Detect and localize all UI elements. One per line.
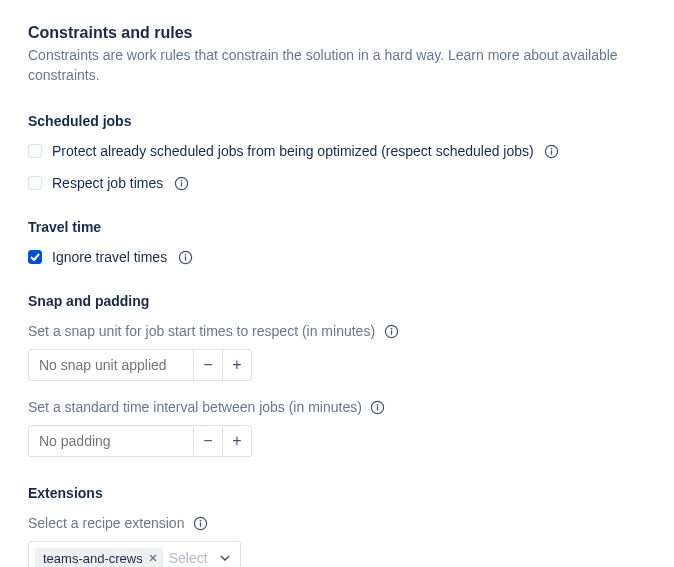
- padding-increment-button[interactable]: +: [222, 425, 252, 457]
- ignore-travel-checkbox[interactable]: [28, 250, 42, 264]
- travel-time-heading: Travel time: [28, 219, 646, 235]
- info-icon[interactable]: [383, 323, 399, 339]
- snap-label: Set a snap unit for job start times to r…: [28, 323, 375, 339]
- ignore-travel-label: Ignore travel times: [52, 249, 167, 265]
- svg-point-4: [180, 180, 182, 182]
- svg-point-1: [551, 148, 553, 150]
- respect-times-row: Respect job times: [28, 175, 646, 191]
- info-icon[interactable]: [173, 175, 189, 191]
- padding-label: Set a standard time interval between job…: [28, 399, 362, 415]
- extension-select[interactable]: teams-and-crews Select: [28, 541, 241, 567]
- padding-label-row: Set a standard time interval between job…: [28, 399, 646, 415]
- extension-label: Select a recipe extension: [28, 515, 184, 531]
- snap-decrement-button[interactable]: −: [193, 349, 223, 381]
- extensions-heading: Extensions: [28, 485, 646, 501]
- svg-rect-2: [551, 150, 552, 154]
- page-title: Constraints and rules: [28, 24, 646, 42]
- snap-label-row: Set a snap unit for job start times to r…: [28, 323, 646, 339]
- travel-time-group: Travel time Ignore travel times: [28, 219, 646, 265]
- select-placeholder: Select: [169, 550, 208, 566]
- chevron-down-icon[interactable]: [214, 555, 236, 561]
- protect-jobs-row: Protect already scheduled jobs from bein…: [28, 143, 646, 159]
- svg-rect-8: [185, 256, 186, 260]
- svg-rect-5: [181, 182, 182, 186]
- respect-times-checkbox[interactable]: [28, 176, 42, 190]
- respect-times-label: Respect job times: [52, 175, 163, 191]
- extensions-group: Extensions Select a recipe extension tea…: [28, 485, 646, 567]
- padding-stepper: − +: [28, 425, 646, 457]
- info-icon[interactable]: [192, 515, 208, 531]
- info-icon[interactable]: [544, 143, 560, 159]
- info-icon[interactable]: [177, 249, 193, 265]
- protect-jobs-checkbox[interactable]: [28, 144, 42, 158]
- svg-point-16: [200, 520, 202, 522]
- page-description: Constraints are work rules that constrai…: [28, 46, 646, 85]
- extension-chip: teams-and-crews: [35, 548, 163, 567]
- svg-rect-14: [377, 406, 378, 410]
- padding-input[interactable]: [28, 425, 194, 457]
- protect-jobs-label: Protect already scheduled jobs from bein…: [52, 143, 534, 159]
- snap-increment-button[interactable]: +: [222, 349, 252, 381]
- svg-rect-11: [390, 330, 391, 334]
- svg-point-10: [390, 328, 392, 330]
- scheduled-jobs-heading: Scheduled jobs: [28, 113, 646, 129]
- info-icon[interactable]: [370, 399, 386, 415]
- svg-rect-17: [200, 522, 201, 526]
- snap-input[interactable]: [28, 349, 194, 381]
- close-icon[interactable]: [149, 554, 157, 562]
- snap-padding-group: Snap and padding Set a snap unit for job…: [28, 293, 646, 457]
- padding-decrement-button[interactable]: −: [193, 425, 223, 457]
- svg-point-13: [377, 404, 379, 406]
- snap-stepper: − +: [28, 349, 646, 381]
- svg-point-7: [184, 254, 186, 256]
- ignore-travel-row: Ignore travel times: [28, 249, 646, 265]
- scheduled-jobs-group: Scheduled jobs Protect already scheduled…: [28, 113, 646, 191]
- snap-padding-heading: Snap and padding: [28, 293, 646, 309]
- extension-label-row: Select a recipe extension: [28, 515, 646, 531]
- extension-chip-label: teams-and-crews: [43, 551, 143, 566]
